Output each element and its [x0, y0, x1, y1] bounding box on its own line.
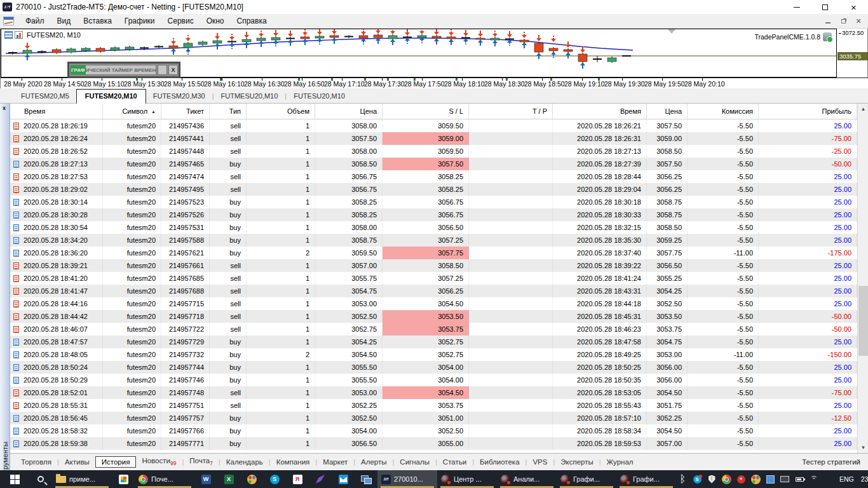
table-row[interactable]: 2020.05.28 18:26:24futesm20214957441sell… [10, 132, 857, 145]
chart-timer-overlay[interactable]: ГРАФИЧЕСКИЙ ТАЙМЕР ВРЕМЕНИ X [67, 62, 180, 78]
tray-wifi-icon[interactable] [808, 470, 820, 488]
taskbar-item-приме...[interactable]: приме... [52, 470, 112, 488]
table-row[interactable]: 2020.05.28 18:55:31futesm20214957751sell… [10, 399, 857, 412]
column-header-Объем[interactable]: Объем [247, 104, 315, 119]
taskbar-item-search[interactable] [29, 470, 52, 488]
chart-tab-FUTESM20,M10[interactable]: FUTESM20,M10 [76, 89, 146, 104]
toolbox-close-icon[interactable]: x [3, 105, 6, 111]
taskbar-item-excel[interactable]: X [217, 470, 240, 488]
table-row[interactable]: 2020.05.28 18:30:28futesm20214957526buy1… [10, 208, 857, 221]
taskbar-item-store[interactable] [112, 470, 135, 488]
toolbox-tab-История[interactable]: История [95, 456, 137, 468]
taskbar-item-palette[interactable] [240, 470, 263, 488]
menu-item-Файл[interactable]: Файл [19, 15, 51, 27]
table-row[interactable]: 2020.05.28 18:50:24futesm20214957744buy1… [10, 361, 857, 374]
table-row[interactable]: 2020.05.28 18:27:13futesm20214957465buy1… [10, 158, 857, 170]
table-row[interactable]: 2020.05.28 18:36:20futesm20214957621buy2… [10, 247, 857, 259]
close-button[interactable]: × [839, 0, 868, 14]
toolbox-tab-Новости[interactable]: Новости99 [136, 455, 182, 468]
toolbox-tab-Библиотека[interactable]: Библиотека [474, 456, 526, 468]
chart-tab-FUTMESU20,M10[interactable]: FUTMESU20,M10 [214, 90, 285, 103]
table-row[interactable]: 2020.05.28 18:58:32futesm20214957766buy1… [10, 424, 857, 437]
scrollbar-down-icon[interactable]: ▼ [858, 442, 868, 453]
column-header-Цена[interactable]: Цена [315, 104, 383, 119]
chart-shift-triangle-icon[interactable] [668, 29, 675, 34]
toolbox-tab-Почта[interactable]: Почта7 [184, 455, 219, 468]
table-row[interactable]: 2020.05.28 18:56:45futesm20214957757buy1… [10, 412, 857, 424]
column-header-Символ[interactable]: Символ▲ [103, 104, 161, 119]
table-row[interactable]: 2020.05.28 18:30:14futesm20214957523buy1… [10, 196, 857, 208]
taskbar-item-feather[interactable] [309, 470, 332, 488]
maximize-button[interactable] [811, 0, 839, 14]
taskbar-item-yandex[interactable]: Я [286, 470, 309, 488]
toolbox-tab-Календарь[interactable]: Календарь [220, 456, 269, 468]
taskbar-item-mail[interactable] [332, 470, 355, 488]
mdi-minimize-button[interactable] [824, 17, 832, 25]
toolbox-tab-Торговля[interactable]: Торговля [15, 456, 57, 468]
table-row[interactable]: 2020.05.28 18:29:02futesm20214957495sell… [10, 183, 857, 196]
table-row[interactable]: 2020.05.28 18:46:07futesm20214957722sell… [10, 323, 857, 336]
time-axis[interactable]: 28 May 202028 May 14:5028 May 15:1028 Ma… [1, 78, 868, 88]
table-row[interactable]: 2020.05.28 18:27:53futesm20214957474sell… [10, 170, 857, 183]
minimize-button[interactable] [782, 0, 811, 14]
table-row[interactable]: 2020.05.28 18:41:47futesm20214957688sell… [10, 285, 857, 297]
tray-monitor-icon[interactable] [778, 470, 791, 488]
scrollbar-thumb[interactable] [858, 286, 868, 356]
column-header-Комиссия[interactable]: Комиссия [688, 104, 759, 119]
tray-battery-icon[interactable] [793, 470, 806, 488]
table-row[interactable]: 2020.05.28 18:26:19futesm20214957436sell… [10, 119, 857, 132]
tray-update-icon[interactable]: * [735, 470, 747, 488]
toolbox-tab-VPS[interactable]: VPS [527, 456, 553, 468]
toolbox-tab-Активы[interactable]: Активы [59, 456, 95, 468]
column-header-Цена[interactable]: Цена [647, 104, 688, 119]
table-row[interactable]: 2020.05.28 18:44:42futesm20214957718sell… [10, 310, 857, 323]
tray-skype-icon[interactable]: S [691, 470, 703, 488]
table-row[interactable]: 2020.05.28 18:59:38futesm20214957771buy1… [10, 437, 857, 450]
chart-tab-FUTESM20,M5[interactable]: FUTESM20,M5 [14, 90, 76, 103]
table-row[interactable]: 2020.05.28 18:39:21futesm20214957661sell… [10, 259, 857, 272]
overlay-blank-button[interactable] [158, 65, 167, 75]
toolbox-tab-Эксперты[interactable]: Эксперты [555, 456, 599, 468]
column-header-T / P[interactable]: T / P [469, 104, 553, 119]
column-header-Прибыль[interactable]: Прибыль [759, 104, 857, 119]
toolbox-tab-Компания[interactable]: Компания [271, 456, 316, 468]
tray-palette-icon[interactable] [749, 470, 762, 488]
taskbar-item-270010...[interactable]: J2T270010... [377, 470, 437, 488]
toolbox-tab-Сигналы[interactable]: Сигналы [394, 456, 435, 468]
instruments-vertical-tab[interactable]: Инструменты [1, 442, 9, 485]
taskbar-item-Центр ...[interactable]: Центр ... [437, 470, 497, 488]
table-row[interactable]: 2020.05.28 18:52:01futesm20214957748sell… [10, 386, 857, 399]
scrollbar-up-icon[interactable]: ▲ [858, 104, 868, 114]
tray-bluetooth-icon[interactable]: ᛒ [676, 470, 689, 488]
trade-panel-icon[interactable] [823, 32, 832, 41]
menu-item-Вид[interactable]: Вид [51, 15, 78, 27]
mdi-restore-button[interactable] [839, 17, 848, 25]
table-row[interactable]: 2020.05.28 18:34:20futesm20214957588buy1… [10, 234, 857, 247]
menu-item-Вставка[interactable]: Вставка [77, 15, 118, 27]
clock[interactable]: 23:11 [858, 475, 868, 483]
table-row[interactable]: 2020.05.28 18:44:16futesm20214957715sell… [10, 297, 857, 310]
column-header-S / L[interactable]: S / L [383, 104, 469, 119]
toolbox-tab-Журнал[interactable]: Журнал [601, 456, 639, 468]
toolbox-tab-Алерты[interactable]: Алерты [355, 456, 392, 468]
taskbar-item-Анали...[interactable]: Анали... [497, 470, 557, 488]
menu-item-Справка[interactable]: Справка [231, 15, 273, 27]
taskbar-item-word[interactable]: W [194, 470, 217, 488]
vertical-scrollbar[interactable]: ▲ ▼ [857, 104, 868, 453]
table-row[interactable]: 2020.05.28 18:26:52futesm20214957448sell… [10, 145, 857, 158]
column-header-Время[interactable]: Время [10, 104, 103, 119]
table-row[interactable]: 2020.05.28 18:48:05futesm20214957732buy2… [10, 348, 857, 361]
menu-item-Графики[interactable]: Графики [118, 15, 161, 27]
table-row[interactable]: 2020.05.28 18:50:29futesm20214957746buy1… [10, 374, 857, 386]
column-header-Тип[interactable]: Тип [210, 104, 247, 119]
chart-tab-FUTESU20,M10[interactable]: FUTESU20,M10 [287, 90, 352, 103]
toolbox-tab-Маркет[interactable]: Маркет [317, 456, 353, 468]
taskbar-item-Графи...[interactable]: Графи... [616, 470, 676, 488]
overlay-close-button[interactable]: X [168, 65, 178, 75]
chart-tab-FUTESM20,M30[interactable]: FUTESM20,M30 [146, 90, 212, 103]
taskbar-item-net[interactable] [355, 470, 377, 488]
tray-app-icon[interactable] [764, 470, 776, 488]
table-row[interactable]: 2020.05.28 18:47:57futesm20214957729buy1… [10, 336, 857, 348]
menu-item-Окно[interactable]: Окно [200, 15, 231, 27]
tray-chrome-icon[interactable] [720, 470, 733, 488]
